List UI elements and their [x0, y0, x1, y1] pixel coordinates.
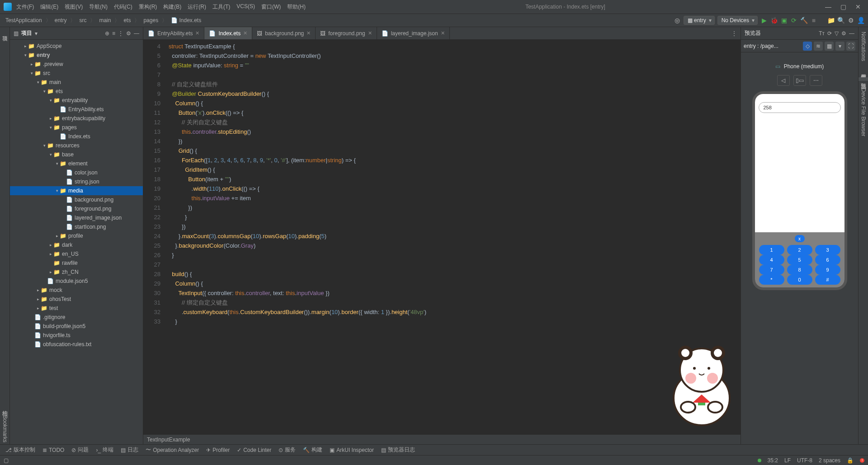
status-error-icon[interactable]: !	[860, 458, 864, 463]
tree-arrow-icon[interactable]	[29, 62, 34, 66]
tree-item[interactable]: 📄build-profile.json5	[10, 322, 143, 331]
close-tab-icon[interactable]: ✕	[307, 30, 311, 36]
maximize-icon[interactable]: ▢	[840, 3, 846, 10]
tree-item[interactable]: 📁AppScope	[10, 42, 143, 51]
gutter-structure[interactable]: 结构	[0, 404, 9, 408]
tree-item[interactable]: 📁entryability	[10, 96, 143, 105]
gear-icon[interactable]: ⚙	[847, 17, 854, 24]
hide-panel-icon[interactable]: —	[134, 30, 139, 37]
tree-item[interactable]: 📁mock	[10, 286, 143, 295]
close-tab-icon[interactable]: ✕	[195, 30, 199, 36]
breadcrumb-item[interactable]: main	[97, 16, 113, 24]
menu-window[interactable]: 窗口(W)	[261, 3, 281, 11]
bottom-tool-item[interactable]: ≣TODO	[42, 447, 64, 453]
tree-item[interactable]: 📄string.json	[10, 177, 143, 186]
tree-item[interactable]: 📁resources	[10, 141, 143, 150]
bottom-tool-item[interactable]: 〜Operation Analyzer	[146, 446, 199, 454]
tree-item[interactable]: 📁src	[10, 69, 143, 78]
close-tab-icon[interactable]: ✕	[441, 30, 445, 36]
tree-item[interactable]: 📁zh_CN	[10, 268, 143, 277]
bottom-tool-item[interactable]: ⎇版本控制	[5, 446, 35, 454]
breadcrumb-item[interactable]: ets	[122, 16, 132, 24]
breadcrumb-item[interactable]: 📄 Index.ets	[169, 16, 203, 24]
keyboard-key[interactable]: #	[815, 275, 840, 285]
tree-arrow-icon[interactable]	[48, 152, 53, 157]
tree-item[interactable]: 📁main	[10, 78, 143, 87]
code-editor[interactable]: 4567891011121314151617181920212223242526…	[143, 40, 741, 434]
menu-edit[interactable]: 编辑(E)	[40, 3, 58, 11]
encoding[interactable]: UTF-8	[797, 457, 812, 464]
tree-arrow-icon[interactable]	[23, 53, 28, 57]
keyboard-key[interactable]: 9	[815, 265, 840, 275]
close-tab-icon[interactable]: ✕	[243, 30, 247, 36]
menu-code[interactable]: 代码(C)	[114, 3, 132, 11]
tree-arrow-icon[interactable]	[48, 270, 53, 274]
tree-arrow-icon[interactable]	[42, 89, 47, 94]
tree-item[interactable]: 📄layered_image.json	[10, 213, 143, 222]
gutter-app-service[interactable]: 应用与服务体检	[859, 68, 868, 72]
code-breadcrumb[interactable]: TextInputExample	[143, 434, 741, 444]
reload-icon[interactable]: ⟳	[790, 17, 797, 24]
gear-icon[interactable]: ⚙	[841, 30, 846, 37]
keyboard-key[interactable]: 3	[815, 245, 840, 255]
tree-item[interactable]: 📄color.json	[10, 168, 143, 177]
tree-arrow-icon[interactable]	[35, 297, 41, 301]
keyboard-key[interactable]: *	[759, 275, 784, 285]
keyboard-key[interactable]: 1	[759, 245, 784, 255]
search-icon[interactable]: 🔍	[837, 17, 844, 24]
gutter-notifications[interactable]: Notifications	[859, 30, 868, 63]
folder-icon[interactable]: 📁	[827, 17, 835, 24]
grid-icon[interactable]: ▦	[825, 42, 834, 51]
bottom-tool-item[interactable]: ▤日志	[121, 446, 138, 454]
gutter-bookmarks[interactable]: Bookmarks	[1, 413, 9, 444]
expand-icon[interactable]: ⛶	[846, 42, 855, 51]
more-icon[interactable]: ⋯	[810, 75, 822, 86]
tree-arrow-icon[interactable]	[54, 188, 60, 193]
tree-arrow-icon[interactable]	[48, 125, 53, 130]
menu-tools[interactable]: 工具(T)	[212, 3, 230, 11]
bottom-tool-item[interactable]: ›_终端	[96, 446, 113, 454]
coverage-icon[interactable]: ▣	[780, 17, 788, 24]
close-icon[interactable]: ✕	[855, 3, 861, 10]
gear-icon[interactable]: ⚙	[126, 30, 131, 37]
tree-arrow-icon[interactable]	[35, 306, 41, 310]
tree-item[interactable]: 📁entry	[10, 51, 143, 60]
breadcrumb-item[interactable]: TestApplication	[4, 16, 44, 24]
menu-view[interactable]: 视图(V)	[65, 3, 83, 11]
tree-item[interactable]: 📄Index.ets	[10, 132, 143, 141]
tree-arrow-icon[interactable]	[42, 143, 47, 148]
layers-icon[interactable]: ≋	[814, 42, 823, 51]
device-dropdown[interactable]: No Devices	[717, 16, 758, 25]
tree-item[interactable]: 📁en_US	[10, 249, 143, 258]
horiz-split-icon[interactable]: ≡	[112, 30, 115, 37]
bottom-tool-item[interactable]: ▣ArkUI Inspector	[330, 447, 374, 453]
keyboard-key[interactable]: 8	[787, 265, 812, 275]
gutter-previewer[interactable]: 预览器	[859, 77, 868, 81]
bottom-tool-item[interactable]: 🔨构建	[303, 446, 322, 454]
filter-icon[interactable]: ▽	[835, 30, 839, 37]
tree-item[interactable]: 📄obfuscation-rules.txt	[10, 340, 143, 349]
tree-arrow-icon[interactable]	[35, 80, 41, 85]
menu-vcs[interactable]: VCS(S)	[236, 3, 255, 11]
keyboard-close-button[interactable]: x	[795, 235, 805, 242]
vert-split-icon[interactable]: ⋮	[118, 30, 123, 37]
tree-arrow-icon[interactable]	[54, 234, 60, 238]
tree-arrow-icon[interactable]	[48, 98, 53, 103]
tree-arrow-icon[interactable]	[23, 44, 28, 48]
debug-icon[interactable]: 🐞	[770, 17, 778, 24]
tree-arrow-icon[interactable]	[54, 161, 60, 166]
editor-tab[interactable]: 🖼background.png✕	[252, 27, 316, 39]
status-icon[interactable]: ▢	[4, 457, 9, 464]
gutter-device-browser[interactable]: Device File Browser	[859, 86, 868, 138]
tree-item[interactable]: 📁entrybackupability	[10, 114, 143, 123]
phone-textinput[interactable]	[759, 102, 841, 113]
user-icon[interactable]: 👤	[857, 17, 864, 24]
chevron-down-icon[interactable]: ▾	[835, 42, 844, 51]
tree-item[interactable]: 📄module.json5	[10, 277, 143, 286]
hammer-icon[interactable]: 🔨	[800, 17, 807, 24]
stop-icon[interactable]: ■	[810, 17, 817, 24]
minimize-icon[interactable]: —	[825, 3, 831, 10]
tree-item[interactable]: 📄hvigorfile.ts	[10, 331, 143, 340]
editor-tab[interactable]: 📄layered_image.json✕	[377, 27, 450, 39]
editor-tab[interactable]: 🖼foreground.png✕	[316, 27, 377, 39]
